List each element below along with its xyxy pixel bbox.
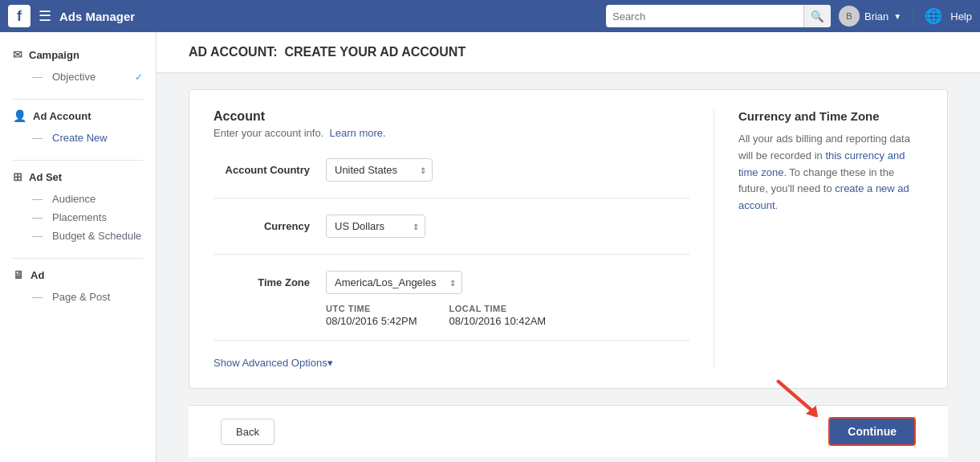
currency-row: Currency US Dollars Euros British Pounds: [213, 215, 689, 255]
audience-label: Audience: [52, 193, 96, 205]
footer-bar: Back Continue: [189, 405, 948, 457]
card-aside: Currency and Time Zone All your ads bill…: [714, 109, 923, 369]
page-post-label: Page & Post: [52, 291, 110, 303]
aside-text: All your ads billing and reporting data …: [738, 131, 923, 215]
card-subtitle: Enter your account info. Learn more.: [213, 127, 689, 139]
timezone-select[interactable]: America/Los_Angeles America/New_York Eur…: [326, 271, 462, 294]
local-time-col: LOCAL TIME 08/10/2016 10:42AM: [449, 304, 546, 327]
ad-set-icon: ⊞: [13, 170, 22, 183]
check-icon: ✓: [135, 72, 143, 83]
nav-divider: [913, 8, 913, 24]
sidebar-item-placements[interactable]: — Placements: [13, 208, 143, 227]
main-layout: ✉ Campaign — Objective ✓ 👤 Ad Account — …: [0, 32, 980, 462]
advanced-options-row: Show Advanced Options▾: [213, 357, 689, 369]
sidebar-divider-3: [13, 258, 143, 259]
subtitle-text: Enter your account info.: [213, 127, 323, 139]
search-button[interactable]: 🔍: [803, 5, 831, 27]
sidebar-divider-2: [13, 160, 143, 161]
app-title: Ads Manager: [59, 10, 598, 23]
sidebar-divider-1: [13, 99, 143, 100]
page-title-text: Create Your Ad Account: [284, 45, 466, 59]
page-title-prefix: AD ACCOUNT:: [189, 45, 278, 59]
country-label: Account Country: [213, 164, 326, 176]
continue-button[interactable]: Continue: [828, 417, 916, 446]
sidebar-item-create-new[interactable]: — Create New: [13, 129, 143, 147]
learn-more-link[interactable]: Learn more.: [330, 127, 386, 139]
user-menu[interactable]: B Brian ▼: [839, 6, 901, 27]
currency-label: Currency: [213, 220, 326, 232]
utc-label: UTC TIME: [326, 304, 417, 313]
country-row: Account Country United States Canada Uni…: [213, 158, 689, 198]
timezone-row-inner: Time Zone America/Los_Angeles America/Ne…: [213, 271, 689, 294]
aside-highlight-1: this currency and time zone: [738, 149, 905, 178]
currency-select[interactable]: US Dollars Euros British Pounds: [326, 215, 425, 238]
sidebar-item-budget-schedule[interactable]: — Budget & Schedule: [13, 227, 143, 245]
currency-select-wrapper: US Dollars Euros British Pounds: [326, 215, 425, 238]
indent-dash-2: —: [32, 132, 43, 144]
sidebar-section-ad: 🖥 Ad — Page & Post: [0, 268, 156, 306]
hamburger-menu[interactable]: ☰: [39, 7, 51, 25]
search-input[interactable]: [606, 10, 803, 22]
local-value: 08/10/2016 10:42AM: [449, 315, 546, 327]
page-header: AD ACCOUNT: Create Your Ad Account: [157, 32, 980, 73]
continue-wrapper: Continue: [828, 417, 916, 446]
create-new-link[interactable]: Create New: [52, 132, 108, 144]
ad-label: Ad: [30, 269, 44, 281]
utc-value: 08/10/2016 5:42PM: [326, 315, 417, 327]
ad-header: 🖥 Ad: [13, 268, 143, 281]
ad-set-header: ⊞ Ad Set: [13, 170, 143, 183]
ad-account-icon: 👤: [13, 109, 26, 122]
budget-schedule-label: Budget & Schedule: [52, 230, 141, 242]
indent-dash-3: —: [32, 193, 43, 205]
country-select[interactable]: United States Canada United Kingdom: [326, 158, 433, 182]
indent-dash-6: —: [32, 291, 43, 303]
ad-account-label: Ad Account: [33, 110, 91, 122]
indent-dash-5: —: [32, 230, 43, 242]
card-form: Account Enter your account info. Learn m…: [213, 109, 714, 369]
indent-dash: —: [32, 71, 43, 83]
sidebar: ✉ Campaign — Objective ✓ 👤 Ad Account — …: [0, 32, 157, 462]
svg-marker-1: [806, 406, 818, 417]
sidebar-section-ad-account: 👤 Ad Account — Create New: [0, 109, 156, 147]
ad-set-label: Ad Set: [29, 171, 62, 183]
objective-label: Objective: [52, 71, 96, 83]
ad-icon: 🖥: [13, 268, 24, 281]
avatar: B: [839, 6, 860, 27]
help-link[interactable]: Help: [950, 10, 972, 22]
placements-label: Placements: [52, 211, 107, 223]
globe-icon[interactable]: 🌐: [925, 7, 942, 25]
sidebar-item-audience[interactable]: — Audience: [13, 190, 143, 208]
account-card: Account Enter your account info. Learn m…: [189, 89, 948, 389]
sidebar-item-objective[interactable]: — Objective ✓: [13, 67, 143, 86]
main-content: AD ACCOUNT: Create Your Ad Account Accou…: [157, 32, 980, 462]
timezone-row: Time Zone America/Los_Angeles America/Ne…: [213, 271, 689, 341]
search-bar: 🔍: [606, 5, 831, 27]
time-display: UTC TIME 08/10/2016 5:42PM LOCAL TIME 08…: [326, 304, 546, 327]
campaign-label: Campaign: [29, 49, 79, 61]
timezone-label: Time Zone: [213, 276, 326, 288]
indent-dash-4: —: [32, 211, 43, 223]
top-navigation: f ☰ Ads Manager 🔍 B Brian ▼ 🌐 Help: [0, 0, 980, 32]
timezone-select-wrapper: America/Los_Angeles America/New_York Eur…: [326, 271, 462, 294]
country-select-wrapper: United States Canada United Kingdom: [326, 158, 433, 182]
sidebar-item-page-post[interactable]: — Page & Post: [13, 288, 143, 306]
sidebar-section-ad-set: ⊞ Ad Set — Audience — Placements — Budge…: [0, 170, 156, 245]
chevron-down-icon: ▼: [893, 12, 901, 21]
local-label: LOCAL TIME: [449, 304, 546, 313]
campaign-icon: ✉: [13, 48, 22, 61]
card-columns: Account Enter your account info. Learn m…: [213, 109, 923, 369]
aside-highlight-2: create a new ad account: [738, 182, 909, 211]
facebook-logo: f: [8, 5, 30, 27]
page-title: AD ACCOUNT: Create Your Ad Account: [189, 45, 948, 59]
utc-time-col: UTC TIME 08/10/2016 5:42PM: [326, 304, 417, 327]
back-button[interactable]: Back: [221, 419, 274, 445]
aside-title: Currency and Time Zone: [738, 109, 923, 123]
username-label: Brian: [864, 10, 889, 22]
advanced-options-link[interactable]: Show Advanced Options▾: [213, 357, 333, 369]
card-title: Account: [213, 109, 689, 124]
ad-account-header: 👤 Ad Account: [13, 109, 143, 122]
campaign-header: ✉ Campaign: [13, 48, 143, 61]
sidebar-section-campaign: ✉ Campaign — Objective ✓: [0, 48, 156, 86]
content-area: Account Enter your account info. Learn m…: [157, 73, 980, 462]
